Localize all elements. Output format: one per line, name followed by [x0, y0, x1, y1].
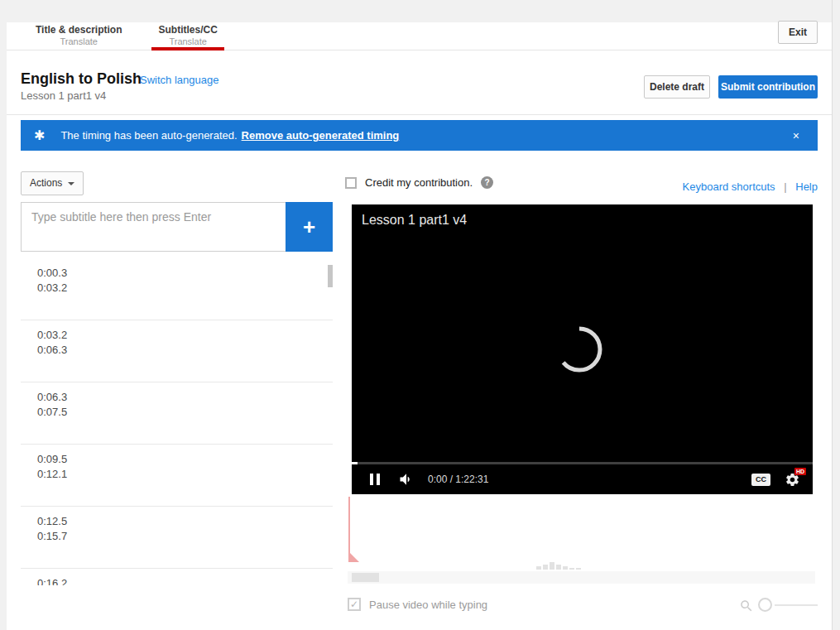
tab-label: Title & description: [36, 24, 122, 36]
subtitle-list-scrollbar[interactable]: [328, 265, 333, 287]
tab-subtitles-cc[interactable]: Subtitles/CC Translate: [151, 22, 223, 50]
zoom-magnifier-icon: [739, 599, 754, 613]
credit-checkbox[interactable]: [345, 177, 357, 189]
hd-badge: HD: [794, 468, 806, 475]
segment-start-time[interactable]: 0:12.5: [37, 514, 333, 529]
timeline-scrollbar-thumb[interactable]: [352, 573, 379, 582]
help-links-row: Keyboard shortcuts | Help: [683, 180, 818, 193]
segment-row[interactable]: 0:12.5 0:15.7: [21, 507, 333, 569]
segment-end-time[interactable]: 0:06.3: [37, 343, 333, 358]
audio-timeline[interactable]: [348, 497, 813, 571]
tab-label: Subtitles/CC: [158, 24, 217, 36]
segment-end-time[interactable]: 0:03.2: [37, 281, 333, 296]
segment-start-time[interactable]: 0:09.5: [37, 452, 333, 467]
segment-row[interactable]: 0:09.5 0:12.1: [21, 445, 333, 507]
pause-icon[interactable]: [370, 474, 380, 485]
closed-captions-button[interactable]: CC: [751, 474, 770, 486]
zoom-slider-knob[interactable]: [758, 598, 772, 612]
loading-spinner-icon: [556, 326, 602, 373]
credit-contribution-row: Credit my contribution. ?: [345, 176, 493, 189]
volume-icon[interactable]: [398, 471, 415, 488]
segment-start-time[interactable]: 0:00.3: [37, 266, 333, 281]
switch-language-link[interactable]: Switch language: [140, 74, 218, 86]
video-title: Lesson 1 part1 v4: [362, 213, 467, 228]
segment-row[interactable]: 0:03.2 0:06.3: [21, 320, 333, 382]
page-right-gutter: [832, 0, 840, 630]
segment-row[interactable]: 0:16.2: [21, 569, 333, 585]
help-question-icon[interactable]: ?: [481, 176, 493, 189]
asterisk-icon: ✱: [34, 127, 45, 143]
segment-row[interactable]: 0:06.3 0:07.5: [21, 382, 333, 445]
submit-contribution-button[interactable]: Submit contribution: [718, 75, 818, 99]
delete-draft-button[interactable]: Delete draft: [644, 75, 710, 99]
segment-end-time[interactable]: 0:15.7: [37, 529, 333, 544]
subtitle-entry-row: +: [21, 202, 333, 252]
tab-bar: Title & description Translate Subtitles/…: [7, 22, 832, 50]
actions-label: Actions: [30, 177, 62, 189]
subtitle-segment-list: 0:00.3 0:03.2 0:03.2 0:06.3 0:06.3 0:07.…: [21, 258, 333, 585]
pause-while-typing-label: Pause video while typing: [369, 599, 487, 611]
keyboard-shortcuts-link[interactable]: Keyboard shortcuts: [683, 180, 775, 193]
credit-label: Credit my contribution.: [365, 176, 473, 189]
subtitle-input[interactable]: [21, 202, 286, 252]
waveform-bars: [536, 562, 581, 570]
chevron-down-icon: [68, 182, 74, 185]
segment-end-time[interactable]: 0:07.5: [37, 405, 333, 420]
segment-start-time[interactable]: 0:16.2: [37, 576, 333, 585]
tab-sublabel: Translate: [158, 36, 217, 47]
controls-row: 0:00 / 1:22:31 CC HD: [352, 464, 813, 494]
time-display: 0:00 / 1:22:31: [428, 474, 488, 485]
segment-start-time[interactable]: 0:03.2: [37, 328, 333, 343]
video-name-subtitle: Lesson 1 part1 v4: [21, 89, 106, 102]
remove-auto-timing-link[interactable]: Remove auto-generated timing: [242, 129, 400, 142]
header-divider: [7, 114, 832, 115]
segment-row[interactable]: 0:00.3 0:03.2: [21, 258, 333, 320]
playhead-flag-icon: [348, 551, 359, 562]
auto-timing-banner: ✱ The timing has been auto-generated. Re…: [21, 120, 818, 151]
link-separator: |: [784, 180, 786, 193]
pause-while-typing-row: ✓ Pause video while typing: [348, 598, 487, 611]
tab-title-description[interactable]: Title & description Translate: [29, 22, 128, 50]
settings-gear-icon[interactable]: HD: [785, 472, 800, 488]
banner-message: The timing has been auto-generated.: [60, 129, 237, 142]
timeline-scrollbar-track[interactable]: [348, 571, 815, 584]
segment-end-time[interactable]: 0:12.1: [37, 467, 333, 482]
page-title: English to Polish: [21, 70, 142, 88]
add-subtitle-button[interactable]: +: [286, 202, 333, 252]
banner-close-icon[interactable]: ×: [788, 129, 804, 142]
exit-button[interactable]: Exit: [778, 21, 818, 44]
help-link[interactable]: Help: [795, 180, 818, 193]
player-controls: 0:00 / 1:22:31 CC HD: [352, 462, 813, 494]
pause-while-typing-checkbox[interactable]: ✓: [348, 598, 361, 611]
actions-dropdown-button[interactable]: Actions: [21, 171, 84, 195]
tab-sublabel: Translate: [36, 36, 122, 47]
zoom-slider-track[interactable]: [775, 604, 818, 606]
video-player[interactable]: Lesson 1 part1 v4 0:00 / 1:22:31 CC HD: [352, 204, 813, 494]
segment-start-time[interactable]: 0:06.3: [37, 390, 333, 405]
